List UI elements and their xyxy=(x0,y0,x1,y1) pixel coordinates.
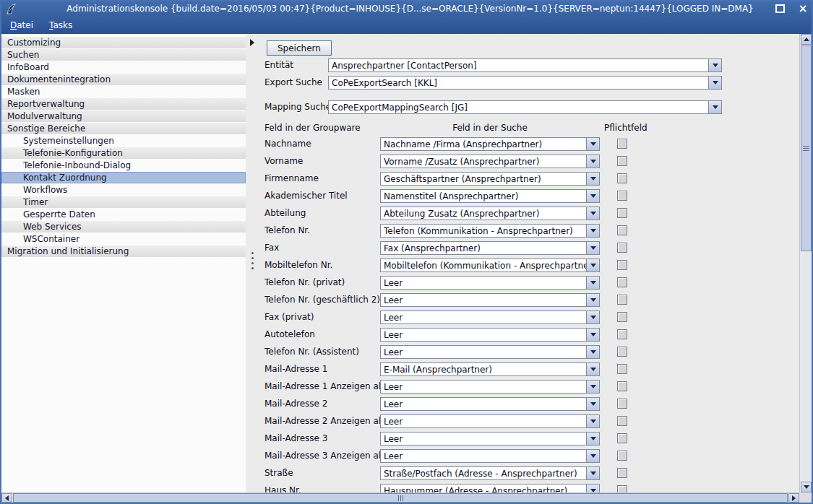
search-field-select[interactable]: Leer xyxy=(380,397,600,411)
sidebar-item-kontakt-zuordnung[interactable]: Kontakt Zuordnung xyxy=(1,172,246,183)
chevron-down-icon[interactable] xyxy=(586,207,599,220)
search-field-select[interactable]: Leer xyxy=(380,345,600,359)
search-field-select[interactable]: Geschäftspartner (Ansprechpartner) xyxy=(380,172,600,186)
sidebar-item-dokumentenintegration[interactable]: Dokumentenintegration xyxy=(1,74,246,85)
search-field-select[interactable]: Leer xyxy=(380,380,600,394)
search-field-select[interactable]: Straße/Postfach (Adresse - Ansprechpartn… xyxy=(380,466,600,480)
pflichtfeld-checkbox[interactable] xyxy=(617,208,627,218)
search-field-select[interactable]: Fax (Ansprechpartner) xyxy=(380,241,600,255)
chevron-down-icon[interactable] xyxy=(586,363,599,375)
chevron-down-icon[interactable] xyxy=(586,311,599,323)
search-field-select[interactable]: Telefon (Kommunikation - Ansprechpartner… xyxy=(380,224,600,238)
sidebar-item-workflows[interactable]: Workflows xyxy=(1,184,246,196)
pflichtfeld-checkbox[interactable] xyxy=(617,295,627,305)
chevron-down-icon[interactable] xyxy=(708,59,721,71)
sidebar-item-customizing[interactable]: Customizing xyxy=(1,37,246,48)
pflichtfeld-checkbox[interactable] xyxy=(617,416,627,426)
search-field-select[interactable]: Leer xyxy=(380,432,600,446)
search-field-select[interactable]: Namenstitel (Ansprechpartner) xyxy=(380,189,600,203)
splitter-collapse-arrow[interactable] xyxy=(250,39,254,46)
sidebar-item-migration-und-initialisierung[interactable]: Migration und Initialisierung xyxy=(1,246,246,257)
scroll-up-button[interactable] xyxy=(801,34,812,45)
pflichtfeld-checkbox[interactable] xyxy=(617,225,627,235)
sidebar-item-systemeinstellungen[interactable]: Systemeinstellungen xyxy=(1,135,246,147)
sidebar-item-gesperrte-daten[interactable]: Gesperrte Daten xyxy=(1,209,246,220)
menu-datei[interactable]: Datei xyxy=(4,19,39,33)
mapping-suche-select[interactable]: CoPeExportMappingSearch [JG] xyxy=(328,100,722,114)
search-field-select[interactable]: Hausnummer (Adresse - Ansprechpartner) xyxy=(380,484,600,493)
chevron-down-icon[interactable] xyxy=(586,242,599,254)
search-field-select[interactable]: Leer xyxy=(380,276,600,290)
chevron-down-icon[interactable] xyxy=(586,294,599,306)
chevron-down-icon[interactable] xyxy=(586,259,599,271)
pflichtfeld-checkbox[interactable] xyxy=(617,243,627,253)
sidebar-item-telefonie-konfiguration[interactable]: Telefonie-Konfiguration xyxy=(1,147,246,159)
chevron-down-icon[interactable] xyxy=(586,381,599,393)
pflichtfeld-checkbox[interactable] xyxy=(617,433,627,443)
chevron-down-icon[interactable] xyxy=(586,415,599,427)
search-field-select[interactable]: Leer xyxy=(380,328,600,342)
pflichtfeld-checkbox[interactable] xyxy=(617,260,627,270)
chevron-down-icon[interactable] xyxy=(586,433,599,445)
horizontal-scrollbar[interactable] xyxy=(1,492,799,503)
sidebar-item-masken[interactable]: Masken xyxy=(1,86,246,97)
pflichtfeld-checkbox[interactable] xyxy=(617,173,627,183)
speichern-button[interactable]: Speichern xyxy=(267,40,332,56)
chevron-down-icon[interactable] xyxy=(586,138,599,150)
sidebar-item-telefonie-inbound-dialog[interactable]: Telefonie-Inbound-Dialog xyxy=(1,160,246,171)
close-button[interactable]: × xyxy=(797,3,809,14)
sidebar-item-timer[interactable]: Timer xyxy=(1,196,246,208)
chevron-down-icon[interactable] xyxy=(586,225,599,237)
pflichtfeld-checkbox[interactable] xyxy=(617,364,627,374)
pflichtfeld-checkbox[interactable] xyxy=(617,451,627,461)
chevron-down-icon[interactable] xyxy=(586,190,599,202)
maximize-button[interactable] xyxy=(774,3,786,14)
pflichtfeld-checkbox[interactable] xyxy=(617,139,627,149)
export-suche-select[interactable]: CoPeExportSearch [KKL] xyxy=(328,76,722,90)
splitter-grip[interactable] xyxy=(251,252,254,269)
pflichtfeld-checkbox[interactable] xyxy=(617,381,627,391)
entitaet-select[interactable]: Ansprechpartner [ContactPerson] xyxy=(328,58,722,72)
chevron-down-icon[interactable] xyxy=(586,346,599,358)
pflichtfeld-checkbox[interactable] xyxy=(617,347,627,357)
chevron-down-icon[interactable] xyxy=(586,450,599,462)
scroll-down-button[interactable] xyxy=(801,482,812,492)
pflichtfeld-checkbox[interactable] xyxy=(617,399,627,409)
pflichtfeld-checkbox[interactable] xyxy=(617,277,627,287)
chevron-down-icon[interactable] xyxy=(586,155,599,168)
search-field-select[interactable]: Abteilung Zusatz (Ansprechpartner) xyxy=(380,207,600,220)
pflichtfeld-checkbox[interactable] xyxy=(617,329,627,339)
chevron-down-icon[interactable] xyxy=(586,467,599,479)
search-field-select[interactable]: Leer xyxy=(380,310,600,324)
search-field-select[interactable]: E-Mail (Ansprechpartner) xyxy=(380,362,600,376)
vertical-scrollbar[interactable] xyxy=(799,34,812,492)
chevron-down-icon[interactable] xyxy=(586,329,599,341)
pflichtfeld-checkbox[interactable] xyxy=(617,485,627,492)
chevron-down-icon[interactable] xyxy=(708,77,721,89)
sidebar-item-infoboard[interactable]: InfoBoard xyxy=(1,61,246,73)
chevron-down-icon[interactable] xyxy=(586,173,599,185)
sidebar-item-web-services[interactable]: Web Services xyxy=(1,221,246,233)
sidebar-item-sonstige-bereiche[interactable]: Sonstige Bereiche xyxy=(1,123,246,134)
menu-tasks[interactable]: Tasks xyxy=(43,19,78,33)
search-field-select[interactable]: Leer xyxy=(380,293,600,307)
horizontal-scrollbar-thumb[interactable] xyxy=(13,493,788,503)
scroll-right-button[interactable] xyxy=(788,493,799,503)
chevron-down-icon[interactable] xyxy=(586,277,599,289)
vertical-scrollbar-thumb[interactable] xyxy=(801,45,812,251)
sidebar-item-modulverwaltung[interactable]: Modulverwaltung xyxy=(1,110,246,122)
search-field-select[interactable]: Nachname /Firma (Ansprechpartner) xyxy=(380,137,600,151)
chevron-down-icon[interactable] xyxy=(708,101,721,113)
scroll-left-button[interactable] xyxy=(1,493,12,503)
search-field-select[interactable]: Leer xyxy=(380,414,600,428)
chevron-down-icon[interactable] xyxy=(586,398,599,410)
search-field-select[interactable]: Leer xyxy=(380,449,600,463)
pflichtfeld-checkbox[interactable] xyxy=(617,312,627,322)
search-field-select[interactable]: Vorname /Zusatz (Ansprechpartner) xyxy=(380,155,600,168)
search-field-select[interactable]: Mobiltelefon (Kommunikation - Ansprechpa… xyxy=(380,258,600,272)
pflichtfeld-checkbox[interactable] xyxy=(617,156,627,166)
sidebar-item-suchen[interactable]: Suchen xyxy=(1,49,246,61)
splitter[interactable] xyxy=(246,34,260,492)
sidebar-item-reportverwaltung[interactable]: Reportverwaltung xyxy=(1,98,246,110)
pflichtfeld-checkbox[interactable] xyxy=(617,191,627,201)
